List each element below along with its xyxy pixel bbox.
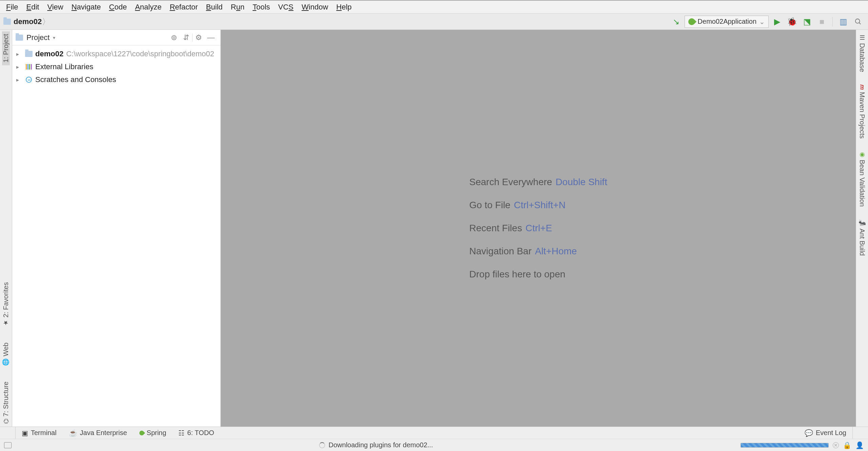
menu-tools[interactable]: Tools — [249, 3, 274, 12]
libraries-icon — [24, 64, 33, 70]
run-with-coverage-button[interactable]: ⬔ — [801, 15, 813, 28]
tip-text: Search Everywhere — [469, 177, 552, 188]
menu-analyze[interactable]: Analyze — [131, 3, 165, 12]
tip-text: Drop files here to open — [469, 269, 565, 280]
bottom-tool-bar: ▣Terminal ☕Java Enterprise Spring ☷6: TO… — [0, 427, 868, 439]
lock-icon[interactable]: 🔒 — [843, 441, 851, 449]
run-configuration-selector[interactable]: Demo02Application ⌄ — [685, 16, 769, 28]
editor-tips: Search EverywhereDouble ShiftGo to FileC… — [469, 177, 607, 280]
menu-build[interactable]: Build — [202, 3, 227, 12]
right-tool-rail: ☰Database mMaven Projects ◉Bean Validati… — [856, 30, 868, 427]
tool-tab-web[interactable]: 🌐Web — [2, 340, 10, 369]
tool-tab-terminal[interactable]: ▣Terminal — [16, 429, 63, 437]
tree-node[interactable]: ▸Scratches and Consoles — [12, 73, 220, 86]
cancel-background-task-button[interactable]: ✕ — [833, 442, 839, 448]
menu-run[interactable]: Run — [227, 3, 249, 12]
project-structure-button[interactable]: ▥ — [837, 15, 850, 28]
tool-tab-bean-validation[interactable]: ◉Bean Validation — [858, 148, 866, 210]
folder-icon — [16, 35, 23, 41]
stop-button: ■ — [815, 15, 828, 28]
tool-tab-structure[interactable]: ⌬7: Structure — [2, 379, 10, 427]
star-icon: ★ — [2, 320, 10, 327]
tool-tab-todo[interactable]: ☷6: TODO — [172, 429, 220, 437]
menu-help[interactable]: Help — [332, 3, 356, 12]
main-area: 1: Project ★2: Favorites 🌐Web ⌬7: Struct… — [0, 30, 868, 427]
ide-features-trainer-icon[interactable]: 👤 — [855, 441, 864, 449]
build-icon[interactable]: ↘ — [670, 15, 683, 28]
svg-line-1 — [859, 22, 861, 24]
tool-tab-favorites[interactable]: ★2: Favorites — [2, 279, 10, 329]
project-tool-window: Project ▾ ⊚ ⇵ ⚙ — ▸demo02C:\workspace\12… — [12, 30, 221, 427]
project-panel-header: Project ▾ ⊚ ⇵ ⚙ — — [12, 30, 220, 45]
spring-boot-icon — [687, 17, 696, 26]
editor-empty-area[interactable]: Search EverywhereDouble ShiftGo to FileC… — [221, 30, 856, 427]
tool-tab-spring[interactable]: Spring — [133, 429, 173, 437]
progress-fill — [741, 443, 828, 447]
spring-icon — [138, 430, 145, 436]
status-bar: Downloading plugins for demo02... ✕ 🔒 👤 — [0, 439, 868, 451]
spinner-icon — [319, 442, 325, 448]
bottom-left-corner — [3, 427, 16, 439]
editor-tip: Search EverywhereDouble Shift — [469, 177, 607, 188]
status-message: Downloading plugins for demo02... — [329, 441, 433, 449]
locate-file-button[interactable]: ⊚ — [168, 32, 180, 44]
tip-text: Go to File — [469, 200, 510, 211]
tool-tab-project[interactable]: 1: Project — [2, 31, 10, 65]
tip-text: Recent Files — [469, 223, 522, 234]
ant-icon: 🐜 — [859, 219, 866, 227]
folder-icon — [24, 51, 33, 57]
tip-text: Navigation Bar — [469, 246, 532, 257]
tool-tab-java-enterprise[interactable]: ☕Java Enterprise — [63, 429, 133, 437]
project-view-title[interactable]: Project — [26, 33, 50, 42]
menu-edit[interactable]: Edit — [22, 3, 43, 12]
project-tree[interactable]: ▸demo02C:\workspace\1227\code\springboot… — [12, 45, 220, 88]
tool-tab-ant-build[interactable]: 🐜Ant Build — [858, 216, 866, 258]
menu-code[interactable]: Code — [105, 3, 131, 12]
database-icon: ☰ — [859, 34, 866, 41]
folder-icon — [3, 19, 11, 25]
expand-arrow-icon[interactable]: ▸ — [16, 51, 24, 57]
tree-node[interactable]: ▸demo02C:\workspace\1227\code\springboot… — [12, 47, 220, 60]
menu-window[interactable]: Window — [298, 3, 332, 12]
expand-arrow-icon[interactable]: ▸ — [16, 77, 24, 83]
debug-button[interactable]: 🐞 — [786, 15, 798, 28]
globe-icon: 🌐 — [2, 358, 10, 366]
breadcrumb[interactable]: demo02 〉 — [3, 17, 48, 26]
chevron-down-icon[interactable]: ▾ — [53, 35, 55, 40]
svg-point-0 — [855, 19, 860, 23]
menu-view[interactable]: View — [43, 3, 67, 12]
tool-tab-database[interactable]: ☰Database — [858, 31, 866, 75]
editor-tip: Go to FileCtrl+Shift+N — [469, 200, 607, 211]
search-everywhere-button[interactable] — [852, 15, 865, 28]
tool-tab-event-log[interactable]: 💬Event Log — [798, 429, 852, 437]
tree-node[interactable]: ▸External Libraries — [12, 60, 220, 73]
breadcrumb-project: demo02 — [14, 17, 42, 26]
menu-refactor[interactable]: Refactor — [165, 3, 202, 12]
menu-file[interactable]: File — [2, 3, 22, 12]
menu-vcs[interactable]: VCS — [274, 3, 297, 12]
separator — [832, 17, 833, 26]
scratches-icon — [24, 77, 33, 83]
tree-node-label: External Libraries — [35, 62, 93, 71]
editor-tip: Drop files here to open — [469, 269, 607, 280]
menu-navigate[interactable]: Navigate — [67, 3, 105, 12]
event-log-icon: 💬 — [805, 429, 813, 437]
run-button[interactable]: ▶ — [771, 15, 784, 28]
settings-button[interactable]: ⚙ — [193, 32, 205, 44]
expand-arrow-icon[interactable]: ▸ — [16, 64, 24, 70]
tree-node-label: demo02C:\workspace\1227\code\springboot\… — [35, 50, 214, 58]
progress-bar[interactable] — [741, 443, 829, 448]
maven-icon: m — [859, 84, 866, 90]
collapse-all-button[interactable]: ⇵ — [180, 32, 192, 44]
todo-icon: ☷ — [178, 429, 184, 437]
structure-icon: ⌬ — [2, 418, 10, 424]
tip-shortcut: Double Shift — [555, 177, 607, 188]
bean-icon: ◉ — [859, 151, 866, 158]
tool-windows-toggle-icon[interactable] — [4, 442, 12, 448]
tool-tab-maven[interactable]: mMaven Projects — [858, 82, 866, 141]
tree-node-label: Scratches and Consoles — [35, 75, 116, 84]
run-config-label: Demo02Application — [698, 18, 756, 25]
editor-tip: Navigation BarAlt+Home — [469, 246, 607, 257]
menu-bar: FileEditViewNavigateCodeAnalyzeRefactorB… — [0, 0, 868, 14]
hide-button[interactable]: — — [205, 32, 217, 44]
